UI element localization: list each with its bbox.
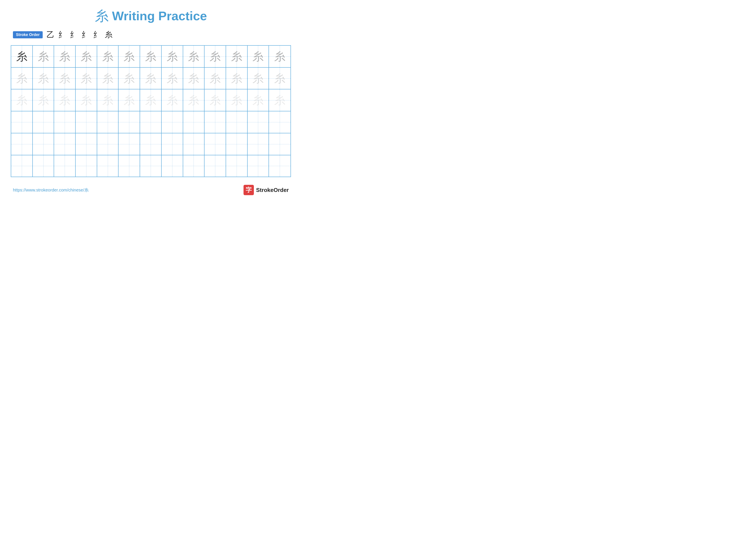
grid-cell[interactable]: [97, 133, 119, 155]
grid-cell[interactable]: 糸: [97, 68, 119, 89]
practice-char: 糸: [16, 94, 27, 106]
grid-cell[interactable]: 糸: [11, 89, 33, 111]
grid-cell[interactable]: 糸: [204, 46, 226, 67]
grid-cell[interactable]: [183, 155, 205, 177]
grid-cell[interactable]: 糸: [11, 46, 33, 67]
grid-cell[interactable]: 糸: [33, 68, 54, 89]
practice-char: 糸: [167, 73, 178, 84]
grid-cell[interactable]: [226, 111, 248, 133]
grid-cell[interactable]: 糸: [162, 68, 183, 89]
grid-cell[interactable]: [11, 133, 33, 155]
grid-cell[interactable]: 糸: [248, 68, 269, 89]
grid-cell[interactable]: 糸: [183, 46, 205, 67]
grid-cell[interactable]: [140, 111, 162, 133]
practice-char: 糸: [102, 94, 113, 106]
grid-cell[interactable]: 糸: [269, 46, 290, 67]
grid-cell[interactable]: 糸: [226, 89, 248, 111]
grid-cell[interactable]: [54, 133, 76, 155]
grid-cell[interactable]: 糸: [76, 46, 97, 67]
grid-cell[interactable]: 糸: [119, 46, 140, 67]
grid-cell[interactable]: 糸: [204, 89, 226, 111]
practice-char: 糸: [209, 94, 221, 106]
grid-cell[interactable]: 糸: [54, 46, 76, 67]
grid-cell[interactable]: [204, 111, 226, 133]
grid-cell[interactable]: 糸: [33, 46, 54, 67]
grid-row-1: 糸 糸 糸 糸 糸 糸 糸 糸 糸 糸 糸 糸 糸: [11, 46, 290, 68]
stroke-step-2: 纟: [58, 30, 66, 40]
practice-char: 糸: [81, 51, 92, 62]
grid-cell[interactable]: [248, 133, 269, 155]
grid-cell[interactable]: [162, 133, 183, 155]
grid-cell[interactable]: 糸: [226, 68, 248, 89]
grid-cell[interactable]: 糸: [162, 46, 183, 67]
grid-cell[interactable]: [54, 155, 76, 177]
grid-cell[interactable]: 糸: [204, 68, 226, 89]
grid-cell[interactable]: 糸: [97, 46, 119, 67]
grid-cell[interactable]: [140, 155, 162, 177]
grid-cell[interactable]: [269, 133, 290, 155]
grid-cell[interactable]: 糸: [119, 68, 140, 89]
grid-cell[interactable]: 糸: [183, 89, 205, 111]
grid-cell[interactable]: 糸: [140, 68, 162, 89]
grid-cell[interactable]: [248, 111, 269, 133]
practice-char: 糸: [81, 94, 92, 106]
grid-cell[interactable]: [226, 155, 248, 177]
grid-cell[interactable]: 糸: [183, 68, 205, 89]
practice-char: 糸: [145, 51, 156, 62]
grid-cell[interactable]: [226, 133, 248, 155]
practice-char: 糸: [274, 51, 285, 62]
practice-char: 糸: [38, 51, 49, 62]
grid-cell[interactable]: [33, 155, 54, 177]
grid-cell[interactable]: 糸: [248, 89, 269, 111]
grid-cell[interactable]: [119, 155, 140, 177]
grid-cell[interactable]: 糸: [162, 89, 183, 111]
grid-cell[interactable]: [97, 155, 119, 177]
grid-cell[interactable]: 糸: [248, 46, 269, 67]
footer-url[interactable]: https://www.strokeorder.com/chinese/糸: [13, 187, 89, 193]
grid-cell[interactable]: 糸: [269, 89, 290, 111]
grid-cell[interactable]: [162, 155, 183, 177]
grid-cell[interactable]: [119, 111, 140, 133]
grid-cell[interactable]: [54, 111, 76, 133]
practice-char: 糸: [59, 51, 70, 62]
grid-cell[interactable]: 糸: [97, 89, 119, 111]
grid-row-2: 糸 糸 糸 糸 糸 糸 糸 糸 糸 糸 糸 糸 糸: [11, 68, 290, 89]
grid-cell[interactable]: [248, 155, 269, 177]
practice-char: 糸: [188, 73, 199, 84]
practice-char: 糸: [167, 94, 178, 106]
grid-cell[interactable]: 糸: [226, 46, 248, 67]
grid-cell[interactable]: 糸: [33, 89, 54, 111]
footer: https://www.strokeorder.com/chinese/糸 字 …: [11, 185, 291, 195]
grid-cell[interactable]: [183, 111, 205, 133]
grid-cell[interactable]: 糸: [269, 68, 290, 89]
grid-cell[interactable]: [11, 155, 33, 177]
grid-cell[interactable]: 糸: [140, 46, 162, 67]
stroke-step-3: 纟: [70, 30, 78, 40]
grid-cell[interactable]: [269, 155, 290, 177]
grid-cell[interactable]: 糸: [54, 68, 76, 89]
grid-cell[interactable]: 糸: [76, 68, 97, 89]
grid-cell[interactable]: [11, 111, 33, 133]
grid-cell[interactable]: 糸: [54, 89, 76, 111]
grid-cell[interactable]: 糸: [11, 68, 33, 89]
grid-cell[interactable]: [269, 111, 290, 133]
grid-cell[interactable]: [76, 155, 97, 177]
grid-cell[interactable]: [76, 111, 97, 133]
practice-char: 糸: [188, 51, 199, 62]
grid-cell[interactable]: 糸: [140, 89, 162, 111]
stroke-order-badge: Stroke Order: [13, 31, 43, 38]
grid-cell[interactable]: [119, 133, 140, 155]
grid-cell[interactable]: [204, 133, 226, 155]
grid-cell[interactable]: [76, 133, 97, 155]
grid-cell[interactable]: 糸: [119, 89, 140, 111]
grid-cell[interactable]: [183, 133, 205, 155]
grid-cell[interactable]: [97, 111, 119, 133]
grid-cell[interactable]: 糸: [76, 89, 97, 111]
grid-cell[interactable]: [162, 111, 183, 133]
grid-cell[interactable]: [33, 133, 54, 155]
grid-cell[interactable]: [33, 111, 54, 133]
grid-cell[interactable]: [204, 155, 226, 177]
practice-char: 糸: [252, 94, 263, 106]
stroke-step-6: 糸: [105, 30, 113, 40]
grid-cell[interactable]: [140, 133, 162, 155]
